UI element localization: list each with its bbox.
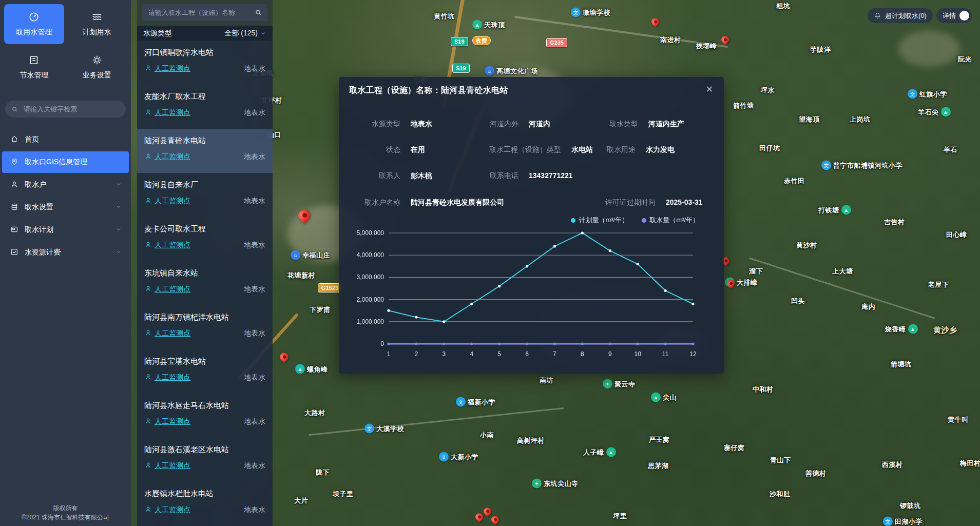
map-label-text: 花塘新村 xyxy=(287,271,315,280)
red-pin-marker[interactable] xyxy=(720,34,731,45)
red-pin-marker[interactable] xyxy=(490,514,501,525)
map-label: 芋陂洋 xyxy=(810,45,831,54)
map-label-text: 坪水 xyxy=(761,86,775,95)
module-tile-gear[interactable]: 业务设置 xyxy=(67,47,127,87)
sidebar-item-plan[interactable]: 取水计划 xyxy=(2,219,129,241)
modal-field: 取水户名称陆河县青砼水电发展有限公司 xyxy=(349,198,504,207)
map-label: ▲螺角峰 xyxy=(295,364,328,374)
close-icon[interactable]: ✕ xyxy=(703,83,716,95)
module-tile-gauge[interactable]: 取用水管理 xyxy=(4,4,64,44)
map-label: 花塘新村 xyxy=(287,271,315,280)
sidebar-item-label: 取水计划 xyxy=(25,225,53,235)
svg-text:5: 5 xyxy=(497,350,501,358)
list-item[interactable]: 河口镇唱歌潭水电站人工监测点地表水 xyxy=(137,41,273,85)
module-tile-notebook[interactable]: 节水管理 xyxy=(4,47,64,87)
chevron-down-icon[interactable] xyxy=(116,226,122,234)
over-plan-alarm-button[interactable]: 超计划取水(0) xyxy=(868,8,933,23)
list-item[interactable]: 陆河县激石溪老区水电站人工监测点地表水 xyxy=(137,438,273,482)
svg-text:3,000,000: 3,000,000 xyxy=(357,274,385,281)
list-item[interactable]: 陆河县青砼水电站人工监测点地表水 xyxy=(137,129,273,173)
sidebar-search[interactable] xyxy=(5,101,126,118)
list-item[interactable]: 陆河县南万镇杞洋水电站人工监测点地表水 xyxy=(137,305,273,349)
list-item[interactable]: 麦卡公司取水工程人工监测点地表水 xyxy=(137,217,273,261)
list-item[interactable]: 陆河县宝塔水电站人工监测点地表水 xyxy=(137,349,273,394)
svg-text:10: 10 xyxy=(635,350,642,358)
mountain-icon: ▲ xyxy=(472,20,482,30)
detail-toggle[interactable]: 详情 xyxy=(936,8,972,23)
water-type-label: 地表水 xyxy=(244,329,265,338)
list-item[interactable]: 水唇镇水栏肚水电站人工监测点地表水 xyxy=(137,482,273,526)
chevron-down-icon[interactable] xyxy=(116,181,122,189)
svg-text:8: 8 xyxy=(581,350,584,358)
chevron-down-icon[interactable] xyxy=(116,248,122,257)
sidebar-item-user[interactable]: 取水户 xyxy=(2,174,129,196)
station-name: 陆河县激石溪老区水电站 xyxy=(144,445,265,455)
toggle-knob[interactable] xyxy=(959,11,969,21)
field-value: 河道内生产 xyxy=(648,119,684,128)
map-label: 锣鼓坑 xyxy=(900,501,921,511)
map-label-text: 上岗坑 xyxy=(850,115,871,124)
over-plan-alarm-label: 超计划取水(0) xyxy=(885,11,927,21)
map-label-text: 田心嶂 xyxy=(946,230,967,240)
list-item[interactable]: 陆河县水唇走马石水电站人工监测点地表水 xyxy=(137,394,273,438)
monitor-link[interactable]: 人工监测点 xyxy=(144,373,190,382)
svg-text:3: 3 xyxy=(442,350,446,358)
filter-dropdown[interactable]: 全部 (125) xyxy=(224,29,266,38)
monitor-link[interactable]: 人工监测点 xyxy=(144,152,190,162)
person-icon xyxy=(144,152,152,162)
pin-center xyxy=(282,354,286,359)
monitor-link[interactable]: 人工监测点 xyxy=(144,108,190,118)
map-label: 文璈塘学校 xyxy=(571,8,610,17)
list-item[interactable]: 陆河县自来水厂人工监测点地表水 xyxy=(137,173,273,217)
monitor-link[interactable]: 人工监测点 xyxy=(144,329,190,338)
map-label: 箭竹塘 xyxy=(733,101,754,110)
red-pin-marker[interactable] xyxy=(474,512,485,522)
sidebar-item-label: 取水设置 xyxy=(25,203,53,212)
monitor-link[interactable]: 人工监测点 xyxy=(144,461,190,471)
monitor-link[interactable]: 人工监测点 xyxy=(144,64,190,73)
map-label: 赤竹田 xyxy=(784,177,805,186)
map-label-text: 大排嶂 xyxy=(737,278,758,287)
legend-label: 取水量（m³/年） xyxy=(649,216,699,225)
sidebar-item-label: 水资源计费 xyxy=(25,248,61,257)
red-pin-marker[interactable] xyxy=(650,16,661,27)
list-item[interactable]: 友能水厂取水工程人工监测点地表水 xyxy=(137,85,273,129)
map-label-text: 上大塘 xyxy=(832,267,853,276)
red-pin-marker[interactable] xyxy=(278,350,290,362)
station-search[interactable] xyxy=(142,4,267,21)
sidebar-item-db[interactable]: 取水设置 xyxy=(2,197,129,218)
monitor-link[interactable]: 人工监测点 xyxy=(144,417,190,426)
sidebar-search-input[interactable] xyxy=(23,105,120,113)
field-label: 联系电话 xyxy=(467,171,518,180)
module-tile-waves[interactable]: 计划用水 xyxy=(67,4,127,44)
station-meta-row: 人工监测点地表水 xyxy=(144,505,265,515)
map-label-text: 挨墎峰 xyxy=(696,42,717,51)
monitor-link[interactable]: 人工监测点 xyxy=(144,505,190,515)
map-label-text: 芋陂洋 xyxy=(810,45,831,54)
station-list[interactable]: 河口镇唱歌潭水电站人工监测点地表水友能水厂取水工程人工监测点地表水陆河县青砼水电… xyxy=(137,41,273,526)
svg-text:1: 1 xyxy=(387,350,391,358)
road-minor xyxy=(309,407,564,436)
station-search-input[interactable] xyxy=(147,8,252,17)
map-label-text: 高树坪村 xyxy=(517,436,545,445)
monitor-link[interactable]: 人工监测点 xyxy=(144,241,190,250)
sidebar-item-pin[interactable]: 取水口GIS信息管理 xyxy=(2,151,129,173)
svg-text:0: 0 xyxy=(380,340,384,347)
station-name: 水唇镇水栏肚水电站 xyxy=(144,489,265,499)
monitor-link[interactable]: 人工监测点 xyxy=(144,285,190,294)
red-pin-marker[interactable] xyxy=(482,506,493,517)
temple-icon: ✦ xyxy=(532,479,542,489)
map-label: ⌂高塘文化广场 xyxy=(485,66,538,76)
monitor-link[interactable]: 人工监测点 xyxy=(144,197,190,206)
module-grid: 取用水管理计划用水节水管理业务设置 xyxy=(0,0,131,91)
list-item[interactable]: 东坑镇自来水站人工监测点地表水 xyxy=(137,261,273,305)
field-value: 2025-03-31 xyxy=(666,198,703,207)
sidebar-item-home[interactable]: 首页 xyxy=(2,129,129,150)
map-label: 黄竹坑 xyxy=(434,12,455,21)
sidebar-item-bill[interactable]: 水资源计费 xyxy=(2,242,129,263)
map-label-text: 大片 xyxy=(294,496,308,505)
map-label-text: 赤竹田 xyxy=(784,177,805,186)
station-name: 河口镇唱歌潭水电站 xyxy=(144,48,265,57)
chevron-down-icon[interactable] xyxy=(116,203,122,211)
mountain-icon: ▲ xyxy=(908,324,918,334)
